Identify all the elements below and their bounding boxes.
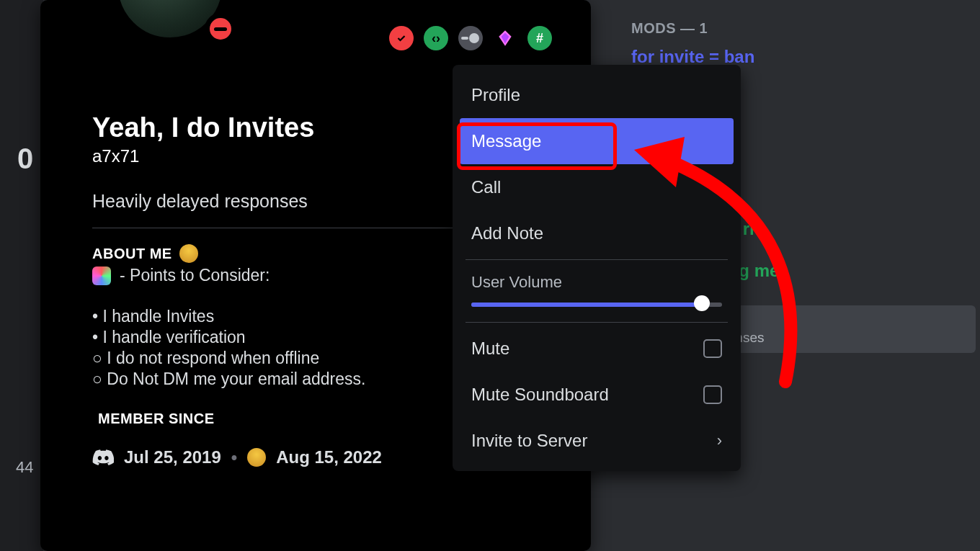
menu-call[interactable]: Call xyxy=(460,164,734,210)
menu-mute-soundboard[interactable]: Mute Soundboard xyxy=(460,372,734,418)
tag-badge-icon: # xyxy=(527,26,552,50)
user-context-menu: Profile Message Call Add Note User Volum… xyxy=(453,65,741,471)
dnd-status-icon xyxy=(205,13,236,45)
server-icon xyxy=(247,448,266,467)
chevron-right-icon: › xyxy=(717,431,722,450)
menu-mute[interactable]: Mute xyxy=(460,326,734,372)
emoji-icon xyxy=(179,244,198,263)
discord-icon xyxy=(92,449,114,466)
divider xyxy=(92,228,481,228)
bug-hunter-badge-icon xyxy=(389,26,414,50)
volume-slider[interactable] xyxy=(471,300,722,308)
nitro-badge-icon xyxy=(458,26,483,50)
checkbox-icon[interactable] xyxy=(703,385,722,404)
active-dev-badge-icon: ‹› xyxy=(424,26,448,50)
menu-message[interactable]: Message xyxy=(460,118,734,164)
menu-add-note[interactable]: Add Note xyxy=(460,210,734,256)
emoji-icon xyxy=(92,266,111,285)
menu-invite-server[interactable]: Invite to Server › xyxy=(460,418,734,464)
boost-badge-icon xyxy=(493,26,517,50)
menu-separator xyxy=(466,322,728,323)
badge-count: 44 xyxy=(16,458,33,477)
svg-point-0 xyxy=(469,33,479,43)
menu-profile[interactable]: Profile xyxy=(460,72,734,118)
menu-volume-label: User Volume xyxy=(460,263,734,296)
checkbox-icon[interactable] xyxy=(703,339,722,358)
member-name: for invite = ban xyxy=(631,47,974,67)
svg-rect-1 xyxy=(461,37,468,40)
profile-badges: ‹› # xyxy=(389,26,552,50)
member-group-mods: MODS — 1 xyxy=(631,20,980,37)
menu-separator xyxy=(466,259,728,260)
